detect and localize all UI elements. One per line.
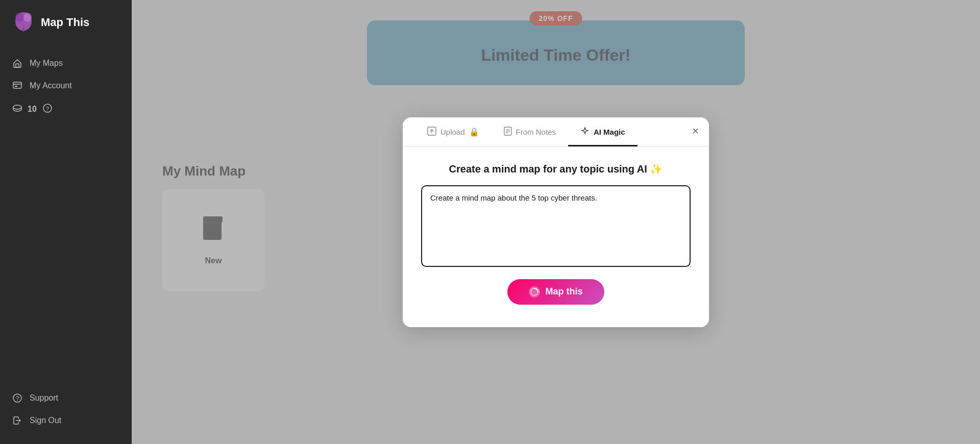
- sidebar-item-my-account[interactable]: My Account: [0, 75, 132, 97]
- modal-tabs: Upload 🔒 From Notes AI Magic: [403, 117, 709, 146]
- sidebar-item-my-maps[interactable]: My Maps: [0, 52, 132, 75]
- support-icon: ?: [12, 393, 22, 403]
- modal-body: Create a mind map for any topic using AI…: [403, 146, 709, 311]
- sidebar-item-label-my-maps: My Maps: [30, 59, 63, 68]
- svg-point-2: [23, 13, 32, 22]
- sidebar-item-label-support: Support: [30, 393, 58, 403]
- modal-overlay[interactable]: Upload 🔒 From Notes AI Magic ×: [132, 0, 980, 444]
- sidebar-credits: 10 ?: [0, 97, 132, 121]
- main-content: 20% OFF Limited Time Offer! My Mind Map …: [132, 0, 980, 444]
- tab-ai-magic-label: AI Magic: [594, 128, 625, 136]
- ai-magic-icon: [580, 127, 590, 138]
- sidebar-item-label-sign-out: Sign Out: [30, 416, 61, 425]
- sidebar-item-sign-out[interactable]: Sign Out: [0, 409, 132, 432]
- map-this-label: Map this: [545, 286, 582, 297]
- svg-text:?: ?: [46, 106, 49, 112]
- modal-heading: Create a mind map for any topic using AI…: [449, 163, 663, 175]
- account-icon: [12, 81, 22, 91]
- sidebar-item-label-my-account: My Account: [30, 81, 72, 90]
- tab-ai-magic[interactable]: AI Magic: [568, 117, 638, 146]
- app-title: Map This: [41, 16, 89, 29]
- app-logo-icon: [12, 11, 35, 34]
- topic-input[interactable]: [421, 185, 691, 267]
- svg-rect-4: [16, 64, 19, 67]
- svg-text:?: ?: [16, 395, 19, 402]
- map-this-button[interactable]: Map this: [507, 279, 604, 305]
- svg-point-1: [15, 13, 23, 22]
- tab-upload[interactable]: Upload 🔒: [415, 117, 492, 146]
- credits-icon: [12, 103, 22, 115]
- upload-icon: [427, 127, 436, 138]
- sidebar-nav: My Maps My Account 10 ?: [0, 48, 132, 383]
- sidebar: Map This My Maps My Account 10 ?: [0, 0, 132, 444]
- sidebar-bottom: ? Support Sign Out: [0, 383, 132, 444]
- home-icon: [12, 58, 22, 68]
- lock-icon: 🔒: [469, 127, 479, 137]
- sidebar-logo: Map This: [0, 0, 132, 48]
- svg-rect-3: [22, 28, 24, 32]
- svg-rect-7: [15, 86, 17, 87]
- notes-icon: [504, 127, 512, 138]
- modal-close-button[interactable]: ×: [692, 126, 699, 137]
- tab-upload-label: Upload: [440, 128, 465, 136]
- help-icon[interactable]: ?: [43, 104, 52, 115]
- spinner-icon: [529, 286, 540, 298]
- svg-rect-5: [13, 82, 21, 88]
- sign-out-icon: [12, 415, 22, 426]
- sidebar-item-support[interactable]: ? Support: [0, 387, 132, 409]
- tab-from-notes[interactable]: From Notes: [492, 117, 568, 146]
- credits-count: 10: [28, 105, 37, 114]
- tab-from-notes-label: From Notes: [516, 128, 556, 136]
- svg-point-8: [13, 105, 21, 109]
- modal-dialog: Upload 🔒 From Notes AI Magic ×: [403, 117, 709, 327]
